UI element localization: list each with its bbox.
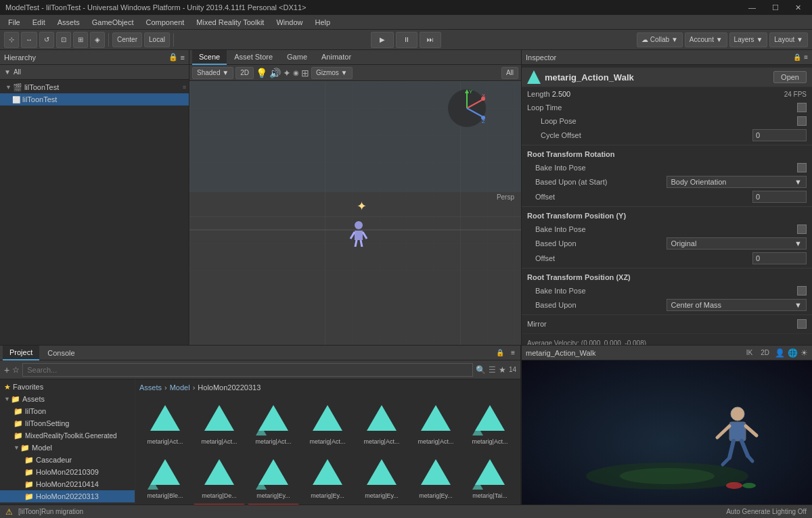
asset-item-ey2[interactable]: metarig|Ey... <box>302 450 353 501</box>
ik-label[interactable]: IK <box>744 349 755 356</box>
win-close-btn[interactable]: ✕ <box>790 3 807 12</box>
audio-btn[interactable]: 🔊 <box>269 68 281 78</box>
preview-icon1[interactable]: 👤 <box>775 348 785 358</box>
asset-item-tai[interactable]: metarig|Tai... <box>464 450 516 501</box>
asset-item-act5[interactable]: metarig|Act... <box>356 396 407 447</box>
asset-item-ble[interactable]: metarig|Ble... <box>139 450 191 501</box>
2d-btn[interactable]: 2D <box>235 67 254 79</box>
preview-viewport[interactable] <box>522 360 812 518</box>
tab-project[interactable]: Project <box>3 346 39 360</box>
effects-btn[interactable]: ✦ <box>283 68 291 78</box>
hierarchy-menu-icon[interactable]: ≡ <box>181 53 185 62</box>
menu-assets[interactable]: Assets <box>52 17 85 28</box>
layout-btn[interactable]: Layout ▼ <box>769 32 808 47</box>
menu-help[interactable]: Help <box>310 17 336 28</box>
bottom-lock-icon[interactable]: 🔒 <box>493 349 507 356</box>
shaded-btn[interactable]: Shaded ▼ <box>192 67 233 79</box>
hier-item-root[interactable]: ▼ 🎬 lilToonTest ≡ <box>0 81 189 93</box>
transform-rotate-btn[interactable]: ↺ <box>39 32 54 48</box>
tab-console[interactable]: Console <box>41 346 81 360</box>
menu-component[interactable]: Component <box>140 17 189 28</box>
offset-rotation-input[interactable] <box>752 191 807 203</box>
win-max-btn[interactable]: ☐ <box>767 3 784 12</box>
tab-asset-store[interactable]: Asset Store <box>227 50 279 65</box>
hierarchy-lock-icon[interactable]: 🔒 <box>168 53 178 62</box>
preview-icon2[interactable]: 🌐 <box>788 348 798 358</box>
tree-holomon0414[interactable]: 📁 HoloMon20210414 <box>0 478 135 490</box>
inspector-open-btn[interactable]: Open <box>773 71 807 83</box>
tree-mrtk-generated[interactable]: 📁 MixedRealityToolkit.Generated <box>0 429 135 442</box>
tab-scene[interactable]: Scene <box>192 50 227 65</box>
bottom-menu-icon[interactable]: ≡ <box>508 349 518 356</box>
auto-generate-status[interactable]: Auto Generate Lighting Off <box>726 508 807 515</box>
tree-liltoon[interactable]: 📁 lilToon <box>0 405 135 417</box>
preview-icon3[interactable]: ☀ <box>800 348 808 358</box>
lighting-btn[interactable]: 💡 <box>256 68 267 78</box>
2d-label[interactable]: 2D <box>758 349 772 356</box>
menu-mrtk[interactable]: Mixed Reality Toolkit <box>191 17 269 28</box>
tree-favorites[interactable]: ★ Favorites <box>0 381 135 393</box>
hier-settings-icon[interactable]: ≡ <box>183 84 186 91</box>
asset-item-act4[interactable]: metarig|Act... <box>302 396 353 447</box>
based-upon-xz-dropdown[interactable]: Center of Mass ▼ <box>667 299 807 311</box>
step-btn[interactable]: ⏭ <box>420 32 441 48</box>
asset-item-act6[interactable]: metarig|Act... <box>410 396 461 447</box>
tree-model[interactable]: ▼ 📁 Model <box>0 442 135 454</box>
win-min-btn[interactable]: — <box>743 3 761 11</box>
asset-item-ey3[interactable]: metarig|Ey... <box>356 450 407 501</box>
cycle-offset-input[interactable] <box>752 129 807 141</box>
asset-item-ey4[interactable]: metarig|Ey... <box>410 450 461 501</box>
hidden-icon[interactable]: ◉ <box>293 69 299 76</box>
transform-combined-btn[interactable]: ⊞ <box>73 32 88 48</box>
all-label[interactable]: All <box>14 68 21 76</box>
menu-window[interactable]: Window <box>271 17 308 28</box>
inspector-menu-icon[interactable]: ≡ <box>804 53 808 61</box>
based-upon-start-dropdown[interactable]: Body Orientation ▼ <box>667 176 807 188</box>
tab-animator[interactable]: Animator <box>315 50 358 65</box>
layers-btn[interactable]: Layers ▼ <box>729 32 768 47</box>
tab-game[interactable]: Game <box>280 50 314 65</box>
tree-holomon0313[interactable]: 📁 HoloMon20220313 <box>0 490 135 502</box>
mirror-checkbox[interactable] <box>797 319 807 329</box>
star-filter-icon[interactable]: ★ <box>499 365 506 375</box>
scene-viewport[interactable]: Y X Z ✦ <box>189 81 521 358</box>
favorites-icon[interactable]: ☆ <box>12 365 20 375</box>
breadcrumb-assets[interactable]: Assets <box>139 383 162 392</box>
all-gizmos-btn[interactable]: All <box>501 67 518 79</box>
breadcrumb-holomon[interactable]: HoloMon20220313 <box>198 383 261 392</box>
inspector-lock-icon[interactable]: 🔒 <box>793 53 801 61</box>
grid-icon[interactable]: ⊞ <box>301 68 309 78</box>
tree-assets[interactable]: ▼ 📁 Assets <box>0 393 135 405</box>
loop-pose-checkbox[interactable] <box>797 116 807 126</box>
center-toggle[interactable]: Center <box>112 32 142 47</box>
asset-item-act2[interactable]: metarig|Act... <box>194 396 245 447</box>
asset-item-act7[interactable]: metarig|Act... <box>464 396 516 447</box>
pause-btn[interactable]: ⏸ <box>396 32 418 48</box>
menu-file[interactable]: File <box>3 17 26 28</box>
bake-pos-xz-checkbox[interactable] <box>797 286 807 296</box>
bake-pos-y-checkbox[interactable] <box>797 225 807 234</box>
collab-btn[interactable]: ☁ Collab ▼ <box>637 32 683 47</box>
transform-move-btn[interactable]: ⊹ <box>4 32 19 48</box>
loop-time-checkbox[interactable] <box>797 103 807 112</box>
gizmos-btn[interactable]: Gizmos ▼ <box>311 67 353 79</box>
account-btn[interactable]: Account ▼ <box>685 32 727 47</box>
breadcrumb-model[interactable]: Model <box>170 383 190 392</box>
tree-holomon0309[interactable]: 📁 HoloMon20210309 <box>0 466 135 478</box>
offset-y-input[interactable] <box>752 252 807 264</box>
play-btn[interactable]: ▶ <box>371 32 394 48</box>
asset-item-de[interactable]: metarig|De... <box>194 450 245 501</box>
project-search[interactable] <box>22 363 473 377</box>
asset-item-act3[interactable]: metarig|Act... <box>248 396 299 447</box>
add-folder-icon[interactable]: + <box>4 364 9 375</box>
bake-rotation-checkbox[interactable] <box>797 163 807 172</box>
asset-item-act1[interactable]: metarig|Act... <box>139 396 191 447</box>
menu-gameobject[interactable]: GameObject <box>87 17 139 28</box>
tree-liltoonsetting[interactable]: 📁 lilToonSetting <box>0 417 135 429</box>
asset-item-ey1[interactable]: metarig|Ey... <box>248 450 299 501</box>
filter-icon[interactable]: ☰ <box>489 365 496 375</box>
transform-custom-btn[interactable]: ◈ <box>90 32 105 48</box>
menu-edit[interactable]: Edit <box>27 17 51 28</box>
tree-cascadeur[interactable]: 📁 Cascadeur <box>0 454 135 466</box>
hier-item-child[interactable]: ⬜ lilToonTest <box>0 93 189 105</box>
